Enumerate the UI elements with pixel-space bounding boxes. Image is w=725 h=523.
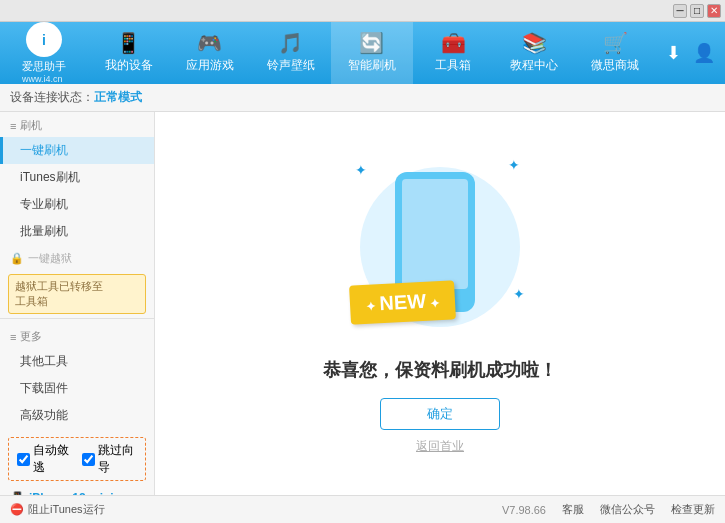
nav-label: 铃声壁纸 bbox=[267, 57, 315, 74]
sparkle-2: ✦ bbox=[508, 157, 520, 173]
ringtones-icon: 🎵 bbox=[278, 33, 303, 53]
nav-toolbox[interactable]: 🧰 工具箱 bbox=[413, 22, 494, 84]
sidebar-item-batch-flash[interactable]: 批量刷机 bbox=[0, 218, 154, 245]
sidebar-item-one-key-flash[interactable]: 一键刷机 bbox=[0, 137, 154, 164]
user-btn[interactable]: 👤 bbox=[693, 42, 715, 64]
success-text: 恭喜您，保资料刷机成功啦！ bbox=[323, 358, 557, 382]
nav-label: 智能刷机 bbox=[348, 57, 396, 74]
status-value: 正常模式 bbox=[94, 89, 142, 106]
nav-items: 📱 我的设备 🎮 应用游戏 🎵 铃声壁纸 🔄 智能刷机 🧰 工具箱 📚 教程中心… bbox=[88, 22, 656, 84]
close-btn[interactable]: ✕ bbox=[707, 4, 721, 18]
nav-smart-flash[interactable]: 🔄 智能刷机 bbox=[331, 22, 412, 84]
nav-my-device[interactable]: 📱 我的设备 bbox=[88, 22, 169, 84]
nav-ringtones[interactable]: 🎵 铃声壁纸 bbox=[250, 22, 331, 84]
device-section: 📱 iPhone 12 mini 64GB Down-12mini-13,1 bbox=[0, 485, 154, 495]
sidebar-item-other-tools[interactable]: 其他工具 bbox=[0, 348, 154, 375]
more-section-icon: ≡ bbox=[10, 331, 16, 343]
nav-tutorial[interactable]: 📚 教程中心 bbox=[494, 22, 575, 84]
tutorial-icon: 📚 bbox=[522, 33, 547, 53]
success-illustration: ✦ ✦ ✦ NEW bbox=[350, 152, 530, 342]
version-label: V7.98.66 bbox=[502, 504, 546, 516]
sidebar: ≡ 刷机 一键刷机 iTunes刷机 专业刷机 批量刷机 🔒 一键越狱 越狱工具… bbox=[0, 112, 155, 495]
app-logo[interactable]: i 爱思助手 www.i4.cn bbox=[0, 22, 88, 84]
sidebar-section-jailbreak: 🔒 一键越狱 bbox=[0, 245, 154, 270]
sparkle-1: ✦ bbox=[355, 162, 367, 178]
again-link[interactable]: 返回首业 bbox=[416, 438, 464, 455]
phone-screen bbox=[402, 179, 468, 289]
new-badge: NEW bbox=[349, 280, 456, 324]
nav-label: 微思商城 bbox=[591, 57, 639, 74]
sparkle-3: ✦ bbox=[513, 286, 525, 302]
title-bar: ─ □ ✕ bbox=[0, 0, 725, 22]
logo-circle: i bbox=[26, 22, 62, 57]
stop-icon: ⛔ bbox=[10, 503, 24, 516]
stop-itunes-btn[interactable]: ⛔ 阻止iTunes运行 bbox=[10, 502, 105, 517]
weisi-mall-icon: 🛒 bbox=[603, 33, 628, 53]
apps-games-icon: 🎮 bbox=[197, 33, 222, 53]
auto-flash-label[interactable]: 自动敛逃 bbox=[17, 442, 72, 476]
checkbox-area: 自动敛逃 跳过向导 bbox=[8, 437, 146, 481]
sidebar-item-download-firmware[interactable]: 下载固件 bbox=[0, 375, 154, 402]
confirm-button[interactable]: 确定 bbox=[380, 398, 500, 430]
minimize-btn[interactable]: ─ bbox=[673, 4, 687, 18]
bottom-bar: ⛔ 阻止iTunes运行 V7.98.66 客服 微信公众号 检查更新 bbox=[0, 495, 725, 523]
nav-apps-games[interactable]: 🎮 应用游戏 bbox=[169, 22, 250, 84]
nav-label: 应用游戏 bbox=[186, 57, 234, 74]
sidebar-section-more: ≡ 更多 bbox=[0, 323, 154, 348]
main-layout: ≡ 刷机 一键刷机 iTunes刷机 专业刷机 批量刷机 🔒 一键越狱 越狱工具… bbox=[0, 112, 725, 495]
sidebar-item-itunes-flash[interactable]: iTunes刷机 bbox=[0, 164, 154, 191]
logo-name: 爱思助手 www.i4.cn bbox=[22, 59, 66, 84]
nav-label: 工具箱 bbox=[435, 57, 471, 74]
device-phone-icon: 📱 bbox=[10, 491, 25, 495]
maximize-btn[interactable]: □ bbox=[690, 4, 704, 18]
bottom-right: V7.98.66 客服 微信公众号 检查更新 bbox=[502, 502, 715, 517]
link-wechat-public[interactable]: 微信公众号 bbox=[600, 502, 655, 517]
sidebar-divider bbox=[0, 318, 154, 319]
lock-icon: 🔒 bbox=[10, 252, 24, 265]
section-icon: ≡ bbox=[10, 120, 16, 132]
nav-weisi-mall[interactable]: 🛒 微思商城 bbox=[575, 22, 656, 84]
content-area: ✦ ✦ ✦ NEW 恭喜您，保资料刷机成功啦！ 确定 返回首业 bbox=[155, 112, 725, 495]
link-customer-service[interactable]: 客服 bbox=[562, 502, 584, 517]
my-device-icon: 📱 bbox=[116, 33, 141, 53]
smart-flash-icon: 🔄 bbox=[359, 33, 384, 53]
sidebar-item-advanced[interactable]: 高级功能 bbox=[0, 402, 154, 429]
toolbox-icon: 🧰 bbox=[441, 33, 466, 53]
status-prefix: 设备连接状态： bbox=[10, 89, 94, 106]
nav-label: 我的设备 bbox=[105, 57, 153, 74]
through-wizard-label[interactable]: 跳过向导 bbox=[82, 442, 137, 476]
sidebar-item-pro-flash[interactable]: 专业刷机 bbox=[0, 191, 154, 218]
nav-right: ⬇ 👤 bbox=[656, 22, 725, 84]
through-wizard-checkbox[interactable] bbox=[82, 453, 95, 466]
auto-flash-checkbox[interactable] bbox=[17, 453, 30, 466]
nav-bar: i 爱思助手 www.i4.cn 📱 我的设备 🎮 应用游戏 🎵 铃声壁纸 🔄 … bbox=[0, 22, 725, 84]
sidebar-jailbreak-warning: 越狱工具已转移至 工具箱 bbox=[8, 274, 146, 314]
sidebar-section-flash: ≡ 刷机 bbox=[0, 112, 154, 137]
download-btn[interactable]: ⬇ bbox=[666, 42, 681, 64]
link-check-update[interactable]: 检查更新 bbox=[671, 502, 715, 517]
status-bar: 设备连接状态： 正常模式 bbox=[0, 84, 725, 112]
nav-label: 教程中心 bbox=[510, 57, 558, 74]
